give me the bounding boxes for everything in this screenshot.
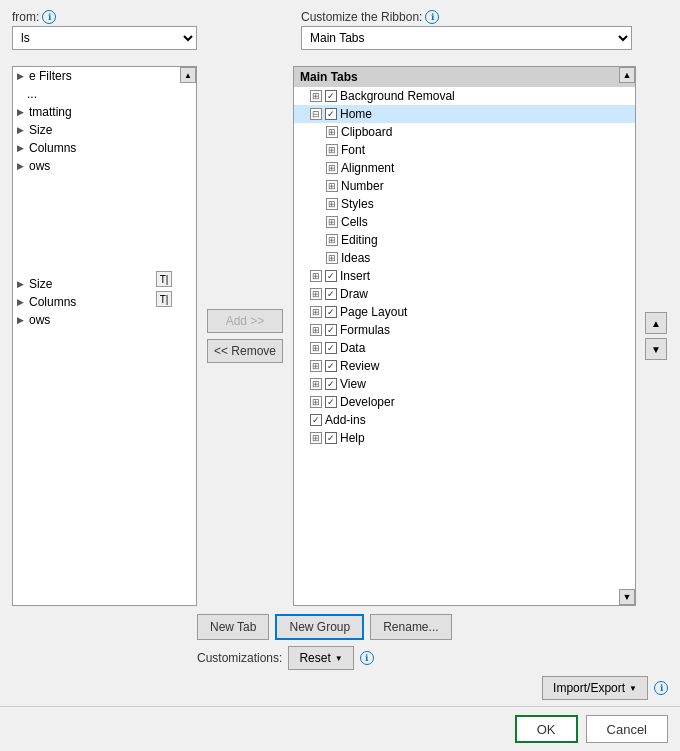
tree-item-editing[interactable]: ⊞ Editing bbox=[294, 231, 635, 249]
expand-icon: ⊞ bbox=[310, 342, 322, 354]
expand-icon: ⊞ bbox=[310, 432, 322, 444]
tree-item-font[interactable]: ⊞ Font bbox=[294, 141, 635, 159]
tree-item-clipboard[interactable]: ⊞ Clipboard bbox=[294, 123, 635, 141]
right-dropdown-group: Customize the Ribbon: ℹ Main Tabs bbox=[301, 10, 632, 50]
right-panel: Main Tabs ▲ ⊞ Background Removal ⊟ Home bbox=[293, 66, 636, 606]
expand-icon: ▶ bbox=[17, 161, 24, 171]
customize-label: Customize the Ribbon: bbox=[301, 10, 422, 24]
bottom-row2: Customizations: Reset ▼ ℹ bbox=[12, 646, 668, 670]
ribbon-tree[interactable]: Main Tabs ▲ ⊞ Background Removal ⊟ Home bbox=[293, 66, 636, 606]
expand-icon: ⊞ bbox=[326, 216, 338, 228]
left-scroll-down[interactable]: ▼ bbox=[180, 605, 196, 606]
checkbox[interactable] bbox=[325, 360, 337, 372]
expand-icon: ⊞ bbox=[310, 306, 322, 318]
expand-icon: ⊞ bbox=[310, 360, 322, 372]
checkbox[interactable] bbox=[325, 342, 337, 354]
expand-icon: ⊞ bbox=[310, 288, 322, 300]
left-list[interactable]: ▲ ▼ ▶ e Filters ... ▶ tmatting ▶ bbox=[12, 66, 197, 606]
middle-buttons: Add >> << Remove bbox=[205, 66, 285, 606]
tree-item-ideas[interactable]: ⊞ Ideas bbox=[294, 249, 635, 267]
updown-arrows: ▲ ▼ bbox=[644, 66, 668, 606]
cancel-button[interactable]: Cancel bbox=[586, 715, 668, 743]
separator-icon-2[interactable]: T| bbox=[156, 291, 172, 307]
expand-icon: ⊞ bbox=[326, 252, 338, 264]
expand-icon: ▶ bbox=[17, 315, 24, 325]
checkbox[interactable] bbox=[325, 270, 337, 282]
expand-icon: ⊞ bbox=[310, 324, 322, 336]
tree-item-number[interactable]: ⊞ Number bbox=[294, 177, 635, 195]
ok-button[interactable]: OK bbox=[515, 715, 578, 743]
checkbox[interactable] bbox=[310, 414, 322, 426]
checkbox[interactable] bbox=[325, 306, 337, 318]
checkbox[interactable] bbox=[325, 432, 337, 444]
rename-button[interactable]: Rename... bbox=[370, 614, 451, 640]
tree-item-view[interactable]: ⊞ View bbox=[294, 375, 635, 393]
tree-item-data[interactable]: ⊞ Data bbox=[294, 339, 635, 357]
expand-icon: ⊞ bbox=[326, 234, 338, 246]
tree-item-background-removal[interactable]: ⊞ Background Removal bbox=[294, 87, 635, 105]
tree-item-formulas[interactable]: ⊞ Formulas bbox=[294, 321, 635, 339]
import-export-button[interactable]: Import/Export ▼ bbox=[542, 676, 648, 700]
new-tab-button[interactable]: New Tab bbox=[197, 614, 269, 640]
tree-item-insert[interactable]: ⊞ Insert bbox=[294, 267, 635, 285]
tree-scroll-down[interactable]: ▼ bbox=[619, 589, 635, 605]
reset-info-icon[interactable]: ℹ bbox=[360, 651, 374, 665]
list-item[interactable]: ... bbox=[13, 85, 196, 103]
tree-item-styles[interactable]: ⊞ Styles bbox=[294, 195, 635, 213]
checkbox[interactable] bbox=[325, 396, 337, 408]
list-item[interactable]: ▶ ows bbox=[13, 157, 196, 175]
list-item[interactable]: ▶ ows bbox=[13, 311, 196, 329]
tree-item-alignment[interactable]: ⊞ Alignment bbox=[294, 159, 635, 177]
expand-icon: ▶ bbox=[17, 125, 24, 135]
bottom-section: New Tab New Group Rename... Customizatio… bbox=[0, 606, 680, 700]
tree-scroll-up[interactable]: ▲ bbox=[619, 67, 635, 83]
tree-item-help[interactable]: ⊞ Help bbox=[294, 429, 635, 447]
tree-item-review[interactable]: ⊞ Review bbox=[294, 357, 635, 375]
from-info-icon[interactable]: ℹ bbox=[42, 10, 56, 24]
move-up-button[interactable]: ▲ bbox=[645, 312, 667, 334]
checkbox[interactable] bbox=[325, 324, 337, 336]
expand-icon: ▶ bbox=[17, 279, 24, 289]
reset-button[interactable]: Reset ▼ bbox=[288, 646, 353, 670]
expand-icon: ⊞ bbox=[326, 198, 338, 210]
customizations-label: Customizations: bbox=[197, 651, 282, 665]
import-export-info-icon[interactable]: ℹ bbox=[654, 681, 668, 695]
expand-icon: ⊟ bbox=[310, 108, 322, 120]
expand-icon: ⊞ bbox=[326, 162, 338, 174]
tree-item-page-layout[interactable]: ⊞ Page Layout bbox=[294, 303, 635, 321]
from-select[interactable]: ls bbox=[12, 26, 197, 50]
tree-item-cells[interactable]: ⊞ Cells bbox=[294, 213, 635, 231]
list-item[interactable]: ▶ e Filters bbox=[13, 67, 196, 85]
checkbox[interactable] bbox=[325, 288, 337, 300]
list-item[interactable]: ▶ Columns bbox=[13, 139, 196, 157]
expand-icon: ⊞ bbox=[310, 378, 322, 390]
list-item[interactable]: ▶ tmatting bbox=[13, 103, 196, 121]
left-scroll-up[interactable]: ▲ bbox=[180, 67, 196, 83]
tree-item-draw[interactable]: ⊞ Draw bbox=[294, 285, 635, 303]
remove-button[interactable]: << Remove bbox=[207, 339, 283, 363]
customize-info-icon[interactable]: ℹ bbox=[425, 10, 439, 24]
checkbox[interactable] bbox=[325, 90, 337, 102]
bottom-row1: New Tab New Group Rename... bbox=[12, 614, 668, 640]
customize-select[interactable]: Main Tabs bbox=[301, 26, 632, 50]
add-button[interactable]: Add >> bbox=[207, 309, 283, 333]
expand-icon: ⊞ bbox=[326, 180, 338, 192]
separator-icon-1[interactable]: T| bbox=[156, 271, 172, 287]
list-item[interactable]: ▶ Size bbox=[13, 121, 196, 139]
move-down-button[interactable]: ▼ bbox=[645, 338, 667, 360]
tree-item-developer[interactable]: ⊞ Developer bbox=[294, 393, 635, 411]
left-panel: ▲ ▼ ▶ e Filters ... ▶ tmatting ▶ bbox=[12, 66, 197, 606]
checkbox[interactable] bbox=[325, 378, 337, 390]
expand-icon: ▶ bbox=[17, 297, 24, 307]
tree-item-add-ins[interactable]: Add-ins bbox=[294, 411, 635, 429]
expand-icon: ⊞ bbox=[326, 126, 338, 138]
tree-item-home[interactable]: ⊟ Home bbox=[294, 105, 635, 123]
from-label: from: bbox=[12, 10, 39, 24]
new-group-button[interactable]: New Group bbox=[275, 614, 364, 640]
ribbon-tree-header: Main Tabs ▲ bbox=[294, 67, 635, 87]
expand-icon: ⊞ bbox=[310, 90, 322, 102]
checkbox[interactable] bbox=[325, 108, 337, 120]
dialog: from: ℹ ls Customize the Ribbon: ℹ Main … bbox=[0, 0, 680, 751]
expand-icon: ⊞ bbox=[326, 144, 338, 156]
dialog-footer: OK Cancel bbox=[0, 706, 680, 751]
